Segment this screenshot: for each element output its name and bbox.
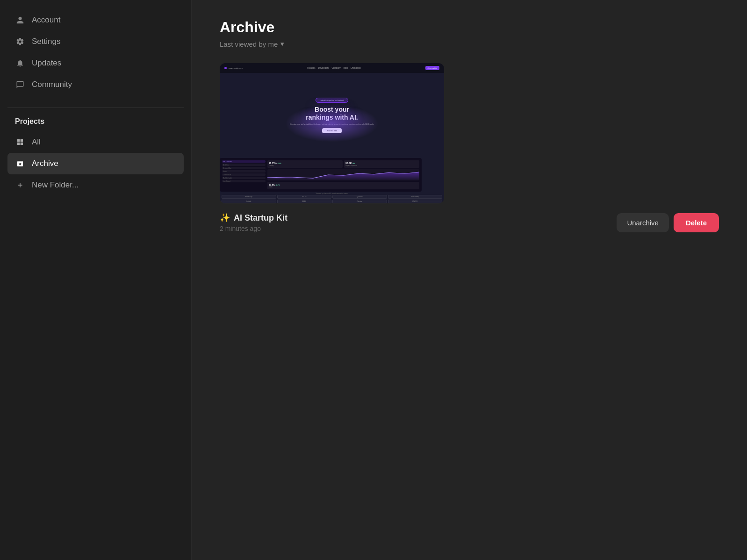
sidebar-item-account-label: Account bbox=[32, 15, 60, 25]
sidebar-item-account[interactable]: Account bbox=[7, 9, 184, 31]
item-time: 2 minutes ago bbox=[220, 225, 287, 232]
project-item-all-label: All bbox=[32, 137, 41, 147]
archive-item: www.mysite.com Features Developers Compa… bbox=[220, 63, 719, 232]
mock-subtext: Elevate your site's visibility effortles… bbox=[290, 123, 374, 125]
projects-nav: All Archive New Folder... bbox=[0, 131, 191, 196]
mock-sidebar-row-link: Link Wizard bbox=[222, 180, 266, 182]
mock-logo-quantum: Quantum bbox=[332, 195, 387, 199]
sidebar-divider bbox=[7, 108, 184, 108]
sidebar-item-updates[interactable]: Updates bbox=[7, 52, 184, 74]
archive-icon bbox=[15, 158, 25, 169]
sidebar-item-community-label: Community bbox=[32, 80, 72, 89]
item-info-left: ✨ AI Startup Kit 2 minutes ago bbox=[220, 213, 287, 232]
item-actions: Unarchive Delete bbox=[617, 213, 719, 232]
sidebar-nav: Account Settings Updates bbox=[0, 9, 191, 95]
delete-button[interactable]: Delete bbox=[674, 213, 719, 232]
unarchive-button[interactable]: Unarchive bbox=[617, 213, 669, 232]
mock-browser-nav: www.mysite.com Features Developers Compa… bbox=[220, 63, 444, 73]
mock-logo-apex: APEX bbox=[277, 200, 332, 203]
mock-logo-echo: Echo Valley bbox=[388, 195, 443, 199]
sidebar-item-community[interactable]: Community bbox=[7, 74, 184, 95]
mock-logo-pulse: PULSE bbox=[277, 195, 332, 199]
mock-nav-links: Features Developers Company Blog Changel… bbox=[307, 67, 361, 69]
mock-logos-grid: Acme Corp PULSE Quantum Echo Valley Outs… bbox=[220, 195, 444, 203]
sidebar-item-settings[interactable]: Settings bbox=[7, 31, 184, 52]
mock-stats-row: 10.15% +5.6% Visibility 35.6K +8% Organi… bbox=[267, 160, 419, 168]
item-name-text: AI Startup Kit bbox=[234, 213, 287, 223]
project-item-all[interactable]: All bbox=[7, 131, 184, 153]
sidebar-item-settings-label: Settings bbox=[32, 37, 60, 46]
plus-icon bbox=[15, 180, 25, 190]
mock-stat-visibility: 10.15% +5.6% Visibility bbox=[267, 160, 343, 168]
sidebar-item-updates-label: Updates bbox=[32, 58, 61, 68]
mock-main-mini: 10.15% +5.6% Visibility 35.6K +8% Organi… bbox=[267, 160, 419, 189]
mock-traffic-row: 59.8K +2.1% Traffic bbox=[267, 182, 419, 189]
mock-stat-keywords: 35.6K +8% Organic Keywords bbox=[344, 160, 419, 168]
main-content: Archive Last viewed by me ▾ www.mysite.c… bbox=[192, 0, 747, 560]
filter-row[interactable]: Last viewed by me ▾ bbox=[220, 40, 719, 48]
mock-logo-2twice: 2TWICE bbox=[388, 200, 443, 203]
mock-sidebar-row-backlink: Backlink Audit bbox=[222, 177, 266, 179]
mock-sidebar-row-analytics: Analytics bbox=[222, 164, 266, 166]
project-item-archive-label: Archive bbox=[32, 159, 58, 168]
gear-icon bbox=[15, 36, 25, 47]
mock-sidebar-mini: Site Overview Analytics Keyword Gen Goal… bbox=[222, 160, 266, 189]
mock-badge: Latest integration just arrived bbox=[316, 98, 348, 103]
mock-logo-outside: Outside bbox=[222, 200, 276, 203]
mock-sidebar-row-content: Content Eval bbox=[222, 173, 266, 176]
chat-icon bbox=[15, 79, 25, 90]
mock-join-btn: Join waitlist bbox=[425, 66, 439, 70]
item-info-row: ✨ AI Startup Kit 2 minutes ago Unarchive… bbox=[220, 213, 719, 232]
mock-trusted-label: Trusted by the world's most innovative t… bbox=[220, 192, 444, 195]
grid-icon bbox=[15, 137, 25, 147]
item-emoji: ✨ bbox=[220, 213, 230, 223]
project-item-new-folder[interactable]: New Folder... bbox=[7, 174, 184, 196]
project-item-new-folder-label: New Folder... bbox=[32, 180, 79, 190]
mock-logo-celestial: Celestial bbox=[332, 200, 387, 203]
mock-chart bbox=[267, 169, 419, 180]
sidebar: Account Settings Updates bbox=[0, 0, 192, 560]
mock-stat-traffic: 59.8K +2.1% Traffic bbox=[267, 182, 419, 189]
mock-logo-acme: Acme Corp bbox=[222, 195, 276, 199]
chevron-down-icon: ▾ bbox=[280, 40, 284, 48]
preview-image: www.mysite.com Features Developers Compa… bbox=[220, 63, 444, 203]
mock-sidebar-row-overview: Site Overview bbox=[222, 160, 266, 163]
mock-hero: Latest integration just arrived Boost yo… bbox=[220, 73, 444, 156]
mock-headline: Boost your rankings with AI. bbox=[306, 106, 358, 122]
person-icon bbox=[15, 15, 25, 25]
projects-section-title: Projects bbox=[0, 117, 191, 126]
item-name: ✨ AI Startup Kit bbox=[220, 213, 287, 223]
mock-dashboard: Site Overview Analytics Keyword Gen Goal… bbox=[220, 158, 422, 192]
project-item-archive[interactable]: Archive bbox=[7, 153, 184, 174]
mock-browser: www.mysite.com Features Developers Compa… bbox=[220, 63, 444, 203]
mock-cta: Start for free bbox=[322, 128, 342, 133]
bell-icon bbox=[15, 58, 25, 68]
mock-sidebar-row-keyword: Keyword Gen bbox=[222, 167, 266, 169]
mock-sidebar-row-goals: Goals bbox=[222, 170, 266, 172]
mock-logo-dot bbox=[224, 67, 227, 69]
filter-label: Last viewed by me bbox=[220, 40, 278, 48]
page-title: Archive bbox=[220, 19, 719, 36]
